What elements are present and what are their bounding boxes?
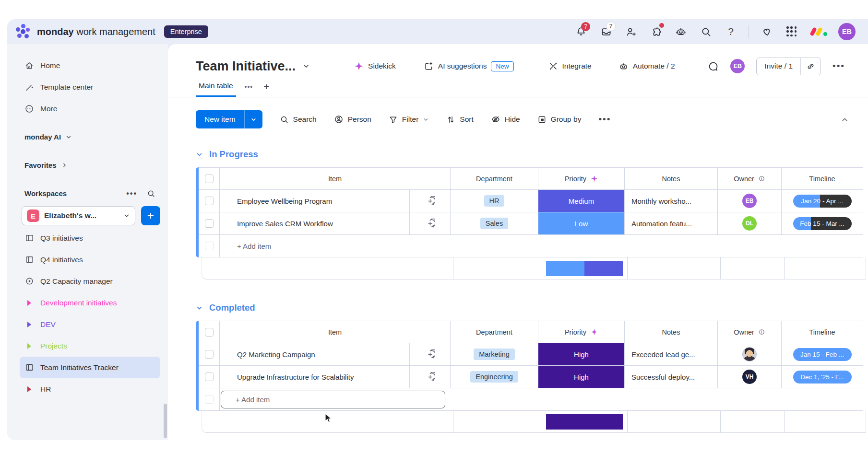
item-cell[interactable]: Employee Wellbeing Program <box>220 190 410 212</box>
item-cell[interactable]: Upgrade Infrastructure for Scalability <box>220 366 410 388</box>
column-header-department[interactable]: Department <box>451 167 538 190</box>
timeline-pill[interactable]: Jan 20 - Apr ... <box>793 195 852 208</box>
toolbar-more-icon[interactable]: ••• <box>598 114 611 125</box>
group-title[interactable]: Completed <box>209 302 255 313</box>
filter-chevron-icon[interactable] <box>423 116 429 123</box>
sidebar-folder-projects[interactable]: Projects <box>20 335 160 357</box>
item-chat-cell[interactable] <box>410 212 451 235</box>
sidebar-board-q2-capacity-manager[interactable]: Q2 Capacity manager <box>20 270 160 292</box>
timeline-pill[interactable]: Feb 15 - Mar ... <box>793 217 852 230</box>
notes-cell[interactable]: Automation featu... <box>625 212 718 235</box>
owner-cell[interactable]: EB <box>718 190 782 212</box>
column-header-department[interactable]: Department <box>451 321 538 343</box>
monday-logo-icon[interactable] <box>15 23 31 40</box>
sidebar-board-q3-initiatives[interactable]: Q3 initiatives <box>20 227 160 249</box>
item-chat-cell[interactable] <box>410 366 451 388</box>
department-cell[interactable]: Marketing <box>451 343 538 366</box>
item-chat-cell[interactable] <box>410 343 451 366</box>
timeline-pill[interactable]: Dec 1, '25 - F... <box>793 371 852 384</box>
search-tool[interactable]: Search <box>280 115 317 124</box>
column-header-priority[interactable]: Priority <box>538 321 625 343</box>
owner-cell[interactable]: VH <box>718 366 782 388</box>
tab-main-table[interactable]: Main table <box>196 81 236 97</box>
invite-members-icon[interactable] <box>621 22 641 42</box>
priority-cell[interactable]: Medium <box>538 190 625 212</box>
column-header-priority[interactable]: Priority <box>538 167 625 190</box>
column-header-item[interactable]: Item <box>220 321 451 343</box>
column-header-item[interactable]: Item <box>220 167 451 190</box>
vibe-heart-icon[interactable] <box>757 22 777 42</box>
timeline-pill[interactable]: Jan 15 - Feb ... <box>793 348 852 361</box>
sidebar-folder-hr[interactable]: HR <box>20 378 160 400</box>
department-pill[interactable]: Marketing <box>474 349 515 360</box>
add-view-button[interactable]: + <box>262 81 271 97</box>
add-item-input[interactable]: + Add item <box>221 391 445 408</box>
monday-mini-logo-icon[interactable] <box>810 25 830 38</box>
board-chat-icon[interactable] <box>708 61 719 72</box>
row-checkbox[interactable] <box>205 372 214 381</box>
item-cell[interactable]: Improve Sales CRM Workflow <box>220 212 410 235</box>
new-item-dropdown-icon[interactable] <box>244 110 262 128</box>
column-header-notes[interactable]: Notes <box>625 321 718 343</box>
add-workspace-button[interactable] <box>141 206 160 225</box>
board-title-chevron-icon[interactable] <box>302 62 310 70</box>
workspaces-search-icon[interactable] <box>147 189 155 198</box>
notes-cell[interactable]: Exceeded lead ge... <box>625 343 718 366</box>
new-item-button[interactable]: New item <box>196 110 262 128</box>
assistant-bot-icon[interactable] <box>671 22 691 42</box>
group-title[interactable]: In Progress <box>209 149 258 160</box>
item-chat-cell[interactable] <box>410 190 451 212</box>
timeline-cell[interactable]: Feb 15 - Mar ... <box>782 212 863 235</box>
column-header-timeline[interactable]: Timeline <box>782 321 863 343</box>
copy-link-icon[interactable] <box>800 58 820 75</box>
row-checkbox[interactable] <box>205 350 214 359</box>
board-menu-icon[interactable]: ••• <box>832 61 845 71</box>
timeline-cell[interactable]: Jan 15 - Feb ... <box>782 343 863 366</box>
sidebar-item-home[interactable]: Home <box>20 55 160 76</box>
department-cell[interactable]: Engineering <box>451 366 538 388</box>
select-all-checkbox[interactable] <box>205 328 214 337</box>
timeline-cell[interactable]: Dec 1, '25 - F... <box>782 366 863 388</box>
hide-tool[interactable]: Hide <box>491 115 520 124</box>
owner-avatar[interactable]: DL <box>742 216 757 231</box>
workspaces-menu-icon[interactable]: ••• <box>126 189 137 198</box>
person-filter-tool[interactable]: Person <box>334 115 371 124</box>
owner-avatar[interactable]: VH <box>742 370 757 384</box>
apps-marketplace-icon[interactable] <box>646 22 666 42</box>
priority-distribution-bar[interactable] <box>546 414 623 430</box>
sidebar-item-template-center[interactable]: Template center <box>20 76 160 98</box>
search-icon[interactable] <box>696 22 716 42</box>
sidebar-folder-development-initiatives[interactable]: Development initiatives <box>20 292 160 314</box>
collapse-toolbar-icon[interactable] <box>841 116 849 124</box>
column-header-owner[interactable]: Owner <box>718 167 782 190</box>
ai-suggestions-button[interactable]: AI suggestions New <box>424 61 514 71</box>
item-cell[interactable]: Q2 Marketing Campaign <box>220 343 410 366</box>
add-item-button-focused[interactable]: + Add item <box>220 388 863 411</box>
owner-cell[interactable] <box>718 343 782 366</box>
filter-tool[interactable]: Filter <box>389 115 429 124</box>
sidebar-scrollbar[interactable] <box>164 404 167 438</box>
sidebar-item-more[interactable]: More <box>20 98 160 119</box>
group-collapse-icon[interactable] <box>196 151 203 158</box>
owner-cell[interactable]: DL <box>718 212 782 235</box>
sort-tool[interactable]: Sort <box>446 115 473 124</box>
board-owner-avatar[interactable]: EB <box>730 59 745 73</box>
owner-avatar[interactable]: EB <box>742 194 757 208</box>
group-by-tool[interactable]: Group by <box>537 115 582 124</box>
department-pill[interactable]: Sales <box>480 218 508 229</box>
notes-cell[interactable]: Successful deploy... <box>625 366 718 388</box>
automate-button[interactable]: Automate / 2 <box>618 61 675 71</box>
app-switcher-grid-icon[interactable] <box>782 22 802 42</box>
department-cell[interactable]: Sales <box>451 212 538 235</box>
department-pill[interactable]: Engineering <box>470 371 518 383</box>
department-cell[interactable]: HR <box>451 190 538 212</box>
tab-options-icon[interactable]: ••• <box>245 83 253 97</box>
notifications-bell-icon[interactable]: 7 <box>571 22 591 42</box>
priority-cell[interactable]: Low <box>538 212 625 235</box>
integrate-button[interactable]: Integrate <box>548 61 592 71</box>
priority-distribution-bar[interactable] <box>546 261 623 276</box>
column-header-notes[interactable]: Notes <box>625 167 718 190</box>
department-pill[interactable]: HR <box>484 195 505 207</box>
sidebar-board-team-initiatives-tracker[interactable]: Team Initiatives Tracker <box>20 357 160 378</box>
column-header-owner[interactable]: Owner <box>718 321 782 343</box>
